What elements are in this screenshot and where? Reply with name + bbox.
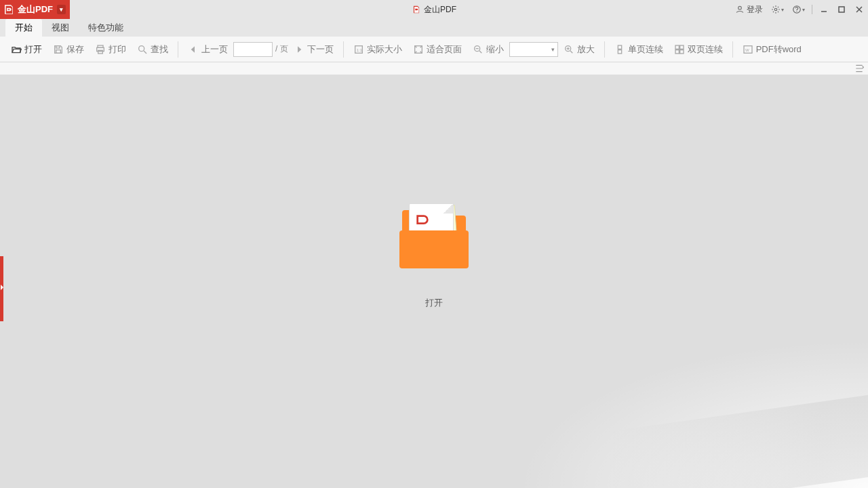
print-button[interactable]: 打印	[90, 37, 132, 62]
single-continuous-label: 单页连续	[628, 43, 663, 56]
svg-rect-28	[679, 45, 683, 49]
actual-size-label: 实际大小	[367, 43, 402, 56]
close-button[interactable]	[850, 0, 868, 19]
pdf-doc-icon	[415, 214, 430, 228]
zoom-in-button[interactable]: 放大	[558, 37, 600, 62]
double-page-icon	[674, 44, 685, 55]
print-icon	[95, 44, 106, 55]
user-icon	[735, 5, 745, 14]
double-continuous-button[interactable]: 双页连续	[669, 37, 728, 62]
app-menu-dropdown-icon[interactable]: ▾	[57, 5, 66, 14]
app-badge[interactable]: 金山PDF ▾	[0, 0, 70, 19]
svg-point-3	[796, 11, 797, 12]
print-label: 打印	[108, 43, 126, 56]
tab-features[interactable]: 特色功能	[79, 19, 133, 37]
zoom-input[interactable]	[510, 45, 557, 54]
document-title: 金山PDF	[412, 4, 456, 16]
pdf-to-word-label: PDF转word	[756, 43, 802, 56]
svg-text:1:1: 1:1	[356, 47, 362, 52]
tab-view[interactable]: 视图	[42, 19, 79, 37]
save-button[interactable]: 保存	[47, 37, 90, 62]
toolbar-separator	[343, 41, 344, 58]
open-label: 打开	[24, 43, 42, 56]
fit-page-button[interactable]: 适合页面	[408, 37, 467, 62]
page-number-input[interactable]	[233, 42, 273, 57]
zoom-out-button[interactable]: 缩小	[467, 37, 509, 62]
zoom-combo[interactable]: ▾	[509, 42, 558, 57]
help-dropdown-icon: ▾	[802, 7, 805, 13]
collapse-ribbon-icon[interactable]	[854, 64, 864, 73]
svg-rect-8	[56, 45, 60, 47]
tab-start[interactable]: 开始	[5, 19, 42, 37]
svg-rect-27	[675, 45, 679, 49]
login-button[interactable]: 登录	[731, 0, 767, 19]
svg-line-24	[570, 51, 572, 53]
prev-page-label: 上一页	[201, 43, 228, 56]
toolbar-separator	[178, 41, 178, 58]
maximize-button[interactable]	[833, 0, 850, 19]
settings-button[interactable]: ▾	[767, 0, 788, 19]
double-continuous-label: 双页连续	[688, 43, 723, 56]
prev-page-button[interactable]: 上一页	[182, 37, 233, 62]
svg-rect-5	[839, 7, 844, 12]
settings-dropdown-icon: ▾	[781, 7, 784, 13]
open-tile-label: 打开	[425, 297, 443, 309]
single-page-icon	[614, 44, 625, 55]
actual-size-button[interactable]: 1:1 实际大小	[348, 37, 408, 62]
fit-page-icon	[413, 44, 424, 55]
save-icon	[53, 44, 64, 55]
svg-rect-26	[618, 49, 621, 53]
pdf-to-word-icon: W	[743, 44, 753, 55]
toolbar-separator	[604, 41, 605, 58]
next-page-button[interactable]: 下一页	[288, 37, 339, 62]
svg-text:W: W	[745, 47, 749, 52]
document-title-text: 金山PDF	[424, 4, 456, 16]
svg-line-14	[144, 51, 146, 54]
find-button[interactable]: 查找	[132, 37, 174, 62]
toolbar-separator	[732, 41, 733, 58]
actual-size-icon: 1:1	[353, 44, 364, 55]
app-name: 金山PDF	[18, 3, 53, 16]
svg-line-20	[479, 51, 481, 53]
page-suffix-label: / 页	[275, 43, 288, 55]
side-panel-handle[interactable]	[0, 256, 3, 321]
zoom-out-label: 缩小	[486, 43, 504, 56]
next-page-label: 下一页	[307, 43, 334, 56]
save-label: 保存	[66, 43, 84, 56]
login-label: 登录	[747, 4, 763, 16]
folder-open-icon	[11, 44, 22, 55]
single-continuous-button[interactable]: 单页连续	[609, 37, 669, 62]
arrow-left-icon	[188, 44, 199, 55]
svg-rect-30	[679, 49, 683, 53]
svg-point-13	[139, 45, 144, 51]
svg-point-1	[774, 8, 777, 11]
chevron-down-icon[interactable]: ▾	[551, 46, 555, 53]
document-icon	[412, 5, 421, 14]
pdf-to-word-button[interactable]: W PDF转word	[737, 37, 807, 62]
zoom-in-icon	[564, 44, 574, 55]
open-button[interactable]: 打开	[5, 37, 47, 62]
chevron-right-icon	[1, 285, 3, 290]
svg-rect-9	[56, 49, 61, 53]
toolbar: 打开 保存 打印 查找 上一页 / 页 下一页 1:1 实际大小 适合页面 缩小…	[0, 37, 868, 62]
minimize-button[interactable]	[815, 0, 833, 19]
workspace: 打开	[0, 75, 868, 488]
fit-page-label: 适合页面	[427, 43, 462, 56]
zoom-in-label: 放大	[577, 43, 595, 56]
maximize-icon	[837, 5, 846, 14]
title-bar: 金山PDF ▾ 金山PDF 登录 ▾ ▾	[0, 0, 868, 19]
titlebar-right: 登录 ▾ ▾	[731, 0, 868, 19]
find-label: 查找	[151, 43, 168, 56]
help-icon	[792, 5, 802, 14]
svg-point-0	[738, 6, 742, 9]
titlebar-separator	[812, 5, 812, 14]
ribbon-tabs: 开始 视图 特色功能	[0, 19, 868, 37]
open-file-tile[interactable]: 打开	[397, 203, 471, 309]
arrow-right-icon	[294, 44, 304, 55]
toolbar-strip	[0, 62, 868, 75]
search-icon	[137, 44, 148, 55]
minimize-icon	[820, 5, 828, 14]
close-icon	[855, 5, 863, 14]
help-button[interactable]: ▾	[788, 0, 809, 19]
svg-rect-25	[618, 45, 621, 49]
